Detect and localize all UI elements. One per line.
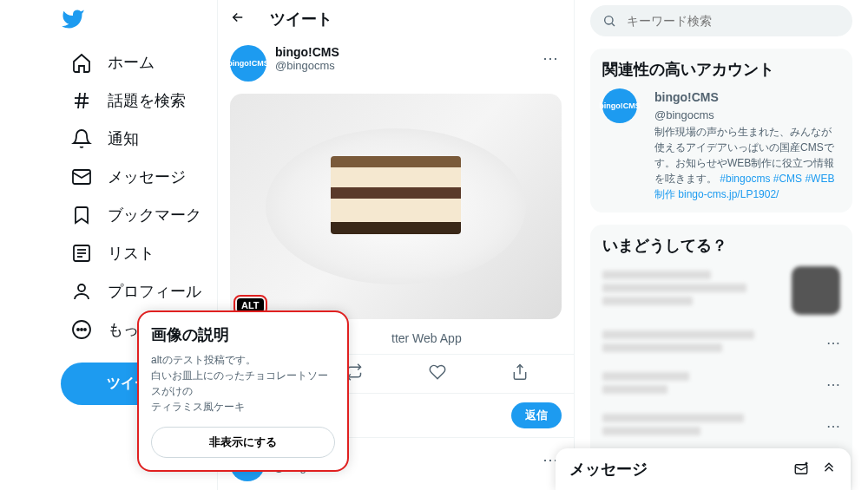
trend-item[interactable]: ⋯ (602, 372, 840, 398)
related-card: 関連性の高いアカウント bingo!CMS bingo!CMS @bingocm… (590, 49, 852, 212)
more-icon[interactable]: ⋯ (539, 45, 562, 82)
page-title: ツイート (270, 9, 332, 29)
avatar[interactable]: bingo!CMS (230, 45, 266, 82)
svg-point-11 (77, 329, 79, 330)
tweet-header: bingo!CMS bingo!CMS @bingocms ⋯ (218, 38, 574, 88)
nav-lists[interactable]: リスト (61, 234, 217, 272)
nav-label: メッセージ (108, 167, 186, 187)
nav-explore[interactable]: 話題を検索 (61, 82, 217, 120)
nav-label: 話題を検索 (108, 90, 186, 111)
svg-point-12 (81, 329, 82, 330)
user-handle[interactable]: @bingocms (275, 59, 539, 72)
nav-label: プロフィール (108, 281, 201, 302)
avatar[interactable]: bingo!CMS (602, 88, 637, 123)
related-handle[interactable]: @bingocms (654, 107, 840, 124)
home-icon (71, 52, 92, 73)
trends-title: いまどうしてる？ (602, 235, 840, 256)
list-icon (71, 243, 92, 264)
expand-icon[interactable] (821, 461, 837, 477)
nav-label: 通知 (108, 128, 139, 149)
alt-badge[interactable]: ALT (237, 298, 264, 312)
messages-drawer[interactable]: メッセージ (556, 448, 851, 490)
nav-profile[interactable]: プロフィール (61, 272, 217, 310)
alt-popup-body: altのテスト投稿です。 白いお皿上にのったチョコレートソースがけの ティラミス… (151, 352, 335, 415)
media-image (230, 94, 562, 319)
svg-point-15 (605, 16, 613, 24)
person-icon (71, 281, 92, 302)
related-link[interactable]: bingo-cms.jp/LP1902/ (678, 188, 779, 200)
search-box[interactable] (590, 5, 852, 36)
twitter-logo[interactable] (61, 7, 217, 35)
nav-label: リスト (108, 243, 155, 264)
search-icon (602, 14, 616, 28)
nav-label: ホーム (108, 52, 155, 73)
retweet-icon[interactable] (345, 363, 363, 384)
svg-point-9 (78, 284, 85, 291)
tweet-media[interactable]: ALT (230, 94, 562, 319)
related-name[interactable]: bingo!CMS (654, 88, 840, 107)
more-icon[interactable]: ⋯ (826, 335, 840, 351)
search-input[interactable] (627, 14, 840, 28)
bell-icon (71, 128, 92, 149)
svg-line-16 (612, 23, 615, 26)
bookmark-icon (71, 205, 92, 225)
hash-icon (71, 90, 92, 111)
right-sidebar: 関連性の高いアカウント bingo!CMS bingo!CMS @bingocm… (575, 0, 868, 490)
more-icon[interactable]: ⋯ (826, 376, 840, 393)
svg-line-2 (78, 93, 80, 108)
reply-button[interactable]: 返信 (511, 402, 562, 428)
alt-hide-button[interactable]: 非表示にする (151, 427, 335, 458)
like-icon[interactable] (429, 363, 446, 384)
more-icon[interactable]: ⋯ (826, 418, 840, 434)
page-header: ツイート (218, 0, 574, 38)
alt-popup-title: 画像の説明 (151, 324, 335, 345)
messages-title: メッセージ (569, 459, 781, 480)
trend-item[interactable] (602, 266, 840, 315)
alt-text-popup: 画像の説明 altのテスト投稿です。 白いお皿上にのったチョコレートソースがけの… (139, 312, 347, 470)
trend-item[interactable]: ⋯ (602, 414, 840, 440)
nav-bookmarks[interactable]: ブックマーク (61, 196, 217, 234)
nav-messages[interactable]: メッセージ (61, 158, 217, 196)
trend-item[interactable]: ⋯ (602, 330, 840, 356)
nav-notifications[interactable]: 通知 (61, 120, 217, 158)
related-title: 関連性の高いアカウント (602, 59, 840, 80)
user-name[interactable]: bingo!CMS (275, 45, 539, 59)
nav-home[interactable]: ホーム (61, 43, 217, 82)
share-icon[interactable] (511, 363, 529, 384)
svg-line-3 (83, 93, 85, 108)
new-message-icon[interactable] (793, 461, 809, 477)
back-icon[interactable] (230, 10, 246, 29)
nav-label: ブックマーク (108, 205, 201, 225)
svg-point-13 (84, 329, 86, 330)
more-circle-icon (71, 319, 92, 340)
mail-icon (71, 167, 92, 187)
